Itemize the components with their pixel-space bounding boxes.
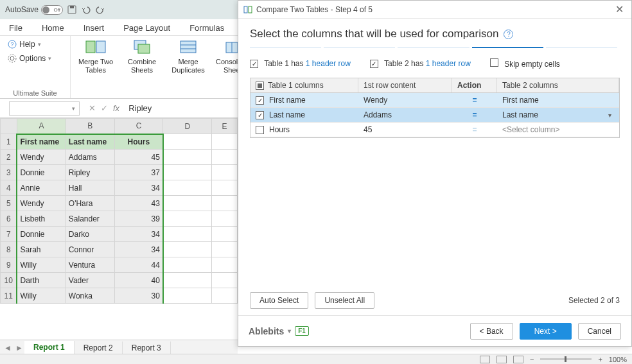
tab-file[interactable]: File: [5, 21, 26, 35]
merge-duplicates-button[interactable]: Merge Duplicates: [168, 39, 208, 74]
equals-icon: =: [452, 108, 497, 122]
status-bar: − + 100%: [0, 354, 632, 364]
checkbox-icon[interactable]: [256, 111, 264, 119]
row-header[interactable]: 3: [1, 165, 17, 180]
ribbon-group-label: Ultimate Suite: [5, 89, 65, 97]
table-header-cell[interactable]: Hours: [114, 134, 163, 150]
header-row-link[interactable]: 1 header row: [306, 59, 351, 68]
col-header[interactable]: Action: [452, 78, 497, 92]
brand-label[interactable]: Ablebits ▾ F1: [249, 326, 309, 336]
tab-home[interactable]: Home: [38, 21, 68, 35]
tab-page-layout[interactable]: Page Layout: [119, 21, 174, 35]
svg-text:?: ?: [10, 41, 13, 48]
help-button[interactable]: ? Help ▾: [5, 39, 44, 50]
checkbox-icon: [370, 60, 378, 68]
unselect-all-button[interactable]: Unselect All: [315, 292, 374, 309]
svg-point-5: [8, 55, 16, 62]
table-header-cell[interactable]: First name: [17, 134, 66, 150]
view-pagebreak-icon[interactable]: [513, 356, 523, 363]
col-header[interactable]: Table 2 columns: [497, 78, 619, 92]
col-header[interactable]: D: [163, 119, 212, 134]
svg-rect-17: [249, 6, 252, 13]
col-header[interactable]: 1st row content: [358, 78, 452, 92]
autosave-toggle[interactable]: AutoSave Off: [5, 5, 63, 15]
column-mapping-table: Table 1 columns 1st row content Action T…: [250, 78, 620, 138]
selected-count: Selected 2 of 3: [568, 296, 620, 305]
header-row-link[interactable]: 1 header row: [426, 59, 471, 68]
row-header[interactable]: 7: [1, 227, 17, 242]
col-header[interactable]: A: [17, 119, 66, 134]
sheet-nav-next-icon[interactable]: ►: [15, 343, 23, 352]
row-header[interactable]: 2: [1, 150, 17, 165]
sheet-tab-report2[interactable]: Report 2: [75, 342, 123, 354]
combine-sheets-icon: [132, 39, 152, 56]
col-header[interactable]: C: [114, 119, 163, 134]
table1-header-checkbox[interactable]: Table 1 has 1 header row: [250, 59, 351, 68]
col-header[interactable]: E: [212, 119, 238, 134]
zoom-in-icon[interactable]: +: [598, 356, 602, 363]
chevron-down-icon: ▾: [48, 55, 51, 62]
view-layout-icon[interactable]: [496, 356, 507, 363]
chevron-down-icon: ▾: [38, 41, 41, 48]
mapping-row[interactable]: First name Wendy = First name: [250, 93, 619, 108]
select-all-corner[interactable]: [1, 119, 17, 134]
col-header[interactable]: B: [66, 119, 114, 134]
sheet-tab-report1[interactable]: Report 1: [24, 341, 75, 355]
cancel-formula-icon[interactable]: ✕: [89, 103, 96, 113]
mapping-row[interactable]: Last name Addams = Last name▾: [250, 108, 619, 123]
row-header[interactable]: 6: [1, 211, 17, 227]
help-icon: ?: [8, 40, 17, 49]
help-icon[interactable]: ?: [504, 30, 513, 39]
checkbox-icon: [490, 58, 498, 67]
chevron-down-icon[interactable]: ▾: [608, 112, 614, 119]
close-icon[interactable]: ✕: [613, 3, 626, 15]
sheet-nav-prev-icon[interactable]: ◄: [4, 343, 12, 352]
back-button[interactable]: < Back: [470, 323, 513, 340]
dialog-footer: Ablebits ▾ F1 < Back Next > Cancel: [238, 315, 631, 346]
row-header[interactable]: 8: [1, 242, 17, 257]
col-header[interactable]: Table 1 columns: [250, 78, 358, 92]
redo-icon[interactable]: [95, 4, 105, 15]
combine-sheets-button[interactable]: Combine Sheets: [122, 39, 162, 74]
zoom-slider[interactable]: [540, 358, 592, 360]
auto-select-button[interactable]: Auto Select: [250, 292, 308, 309]
row-header[interactable]: 1: [1, 134, 17, 150]
dialog-heading: Select the columns that will be used for…: [250, 28, 620, 40]
next-button[interactable]: Next >: [520, 323, 572, 340]
enter-formula-icon[interactable]: ✓: [101, 103, 108, 113]
mapping-row[interactable]: Hours 45 = <Select column>: [250, 123, 619, 137]
gear-icon: [8, 54, 17, 63]
checkbox-icon[interactable]: [256, 126, 264, 134]
equals-icon: =: [452, 123, 497, 137]
tab-insert[interactable]: Insert: [80, 21, 109, 35]
row-header[interactable]: 4: [1, 180, 17, 196]
zoom-out-icon[interactable]: −: [530, 356, 534, 363]
checkbox-icon[interactable]: [256, 96, 264, 105]
table2-header-checkbox[interactable]: Table 2 has 1 header row: [370, 59, 471, 68]
merge-two-tables-button[interactable]: Merge Two Tables: [76, 39, 116, 74]
save-icon[interactable]: [67, 4, 77, 15]
undo-icon[interactable]: [81, 4, 91, 15]
row-header[interactable]: 10: [1, 273, 17, 288]
svg-rect-1: [70, 6, 74, 8]
zoom-level[interactable]: 100%: [609, 356, 627, 363]
options-button[interactable]: Options ▾: [5, 53, 54, 64]
sheet-tab-report3[interactable]: Report 3: [123, 342, 171, 354]
name-box[interactable]: ▾: [9, 101, 80, 116]
table-header-cell[interactable]: Last name: [66, 134, 114, 150]
fx-icon[interactable]: fx: [113, 103, 119, 113]
step-indicator: [250, 47, 620, 48]
toggle-off[interactable]: Off: [41, 5, 63, 15]
view-normal-icon[interactable]: [480, 356, 490, 363]
svg-rect-6: [86, 41, 95, 53]
row-header[interactable]: 5: [1, 196, 17, 211]
row-header[interactable]: 9: [1, 257, 17, 273]
worksheet-grid[interactable]: A B C D E 1 First name Last name Hours 2…: [0, 118, 238, 345]
checkbox-icon: [250, 60, 258, 68]
chevron-down-icon: ▾: [288, 327, 291, 334]
tab-formulas[interactable]: Formulas: [186, 21, 228, 35]
row-header[interactable]: 11: [1, 288, 17, 304]
cancel-button[interactable]: Cancel: [578, 323, 621, 340]
chevron-down-icon[interactable]: ▾: [72, 105, 75, 112]
skip-empty-checkbox[interactable]: Skip empty cells: [490, 58, 560, 69]
